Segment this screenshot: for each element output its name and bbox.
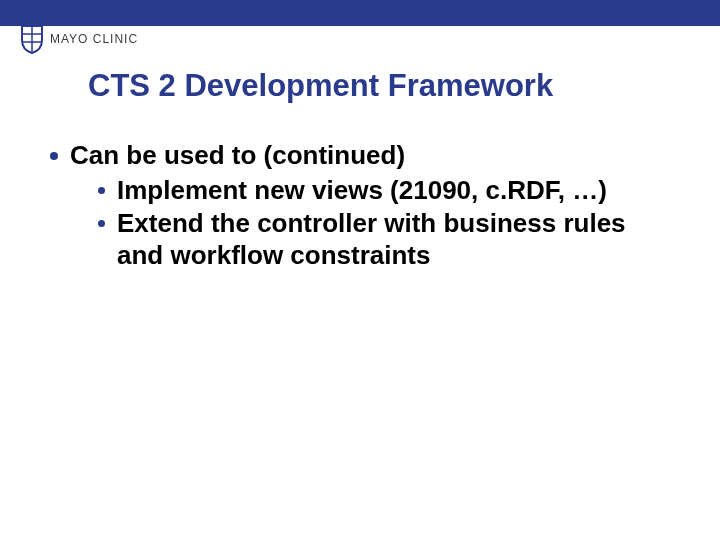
content-area: Can be used to (continued) Implement new…: [50, 140, 670, 273]
brand-name: MAYO CLINIC: [50, 32, 138, 46]
bullet-icon: [98, 187, 105, 194]
header-bar: [0, 0, 720, 26]
list-item: Extend the controller with business rule…: [98, 208, 670, 270]
list-item-text: Extend the controller with business rule…: [117, 208, 637, 270]
list-item-text: Implement new views (21090, c.RDF, …): [117, 175, 607, 206]
bullet-icon: [98, 220, 105, 227]
list-item: Can be used to (continued): [50, 140, 670, 171]
bullet-icon: [50, 152, 58, 160]
list-item: Implement new views (21090, c.RDF, …): [98, 175, 670, 206]
sub-list: Implement new views (21090, c.RDF, …) Ex…: [98, 175, 670, 271]
list-item-text: Can be used to (continued): [70, 140, 405, 171]
page-title: CTS 2 Development Framework: [88, 68, 553, 104]
shield-icon: [20, 24, 44, 54]
brand-logo: MAYO CLINIC: [20, 24, 138, 54]
